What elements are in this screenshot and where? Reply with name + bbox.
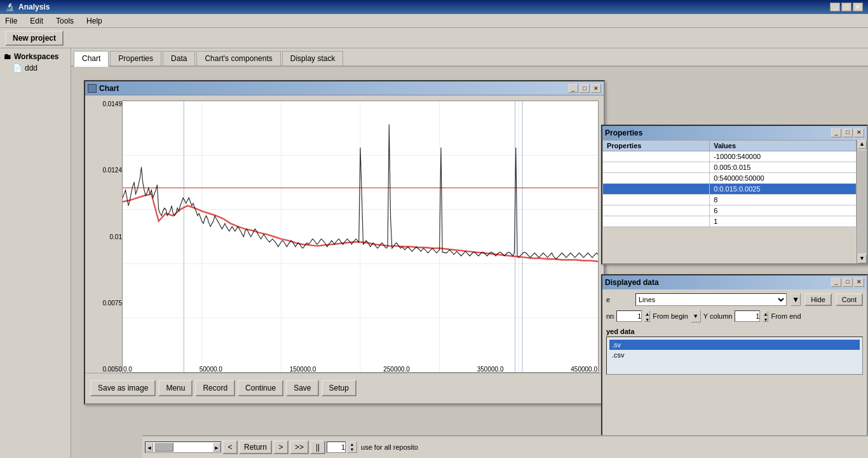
table-row[interactable]: 8 [603,195,857,205]
prop-col-header: Properties [603,141,710,151]
column-row: nn 1 ▲ ▼ From begin ▼ Y column ▲ ▼ From … [606,310,863,323]
properties-title: Properties [605,128,642,137]
scroll-down-btn[interactable]: ▼ [858,254,867,263]
nav-spinbox-arrows: ▲ ▼ [347,441,357,453]
bottom-nav-bar: ◄ ► < Return > >> || ▲ ▼ use for all rep… [142,435,868,458]
minimize-btn[interactable]: _ [830,3,840,11]
column-spinbox[interactable]: 1 [616,310,642,322]
new-project-button[interactable]: New project [5,31,64,46]
setup-btn[interactable]: Setup [322,380,356,396]
title-bar: 🔬 Analysis _ □ ✕ [0,0,868,14]
table-row[interactable]: 1 [603,216,857,227]
close-btn[interactable]: ✕ [853,3,863,11]
nav-return-btn[interactable]: Return [239,440,272,454]
file-item-2[interactable]: .csv [609,350,860,360]
chart-win-minimize[interactable]: _ [568,84,578,93]
data-panel-title: Displayed data [605,278,659,287]
props-close[interactable]: ✕ [854,128,864,137]
menu-btn[interactable]: Menu [158,380,193,396]
menu-help[interactable]: Help [84,15,105,27]
nav-pause-btn[interactable]: || [310,440,325,454]
data-files-list: .sv .csv [606,337,863,375]
sidebar-expand-icon: 🖿 [4,52,11,61]
toolbar: New project [0,28,868,48]
y-col-spin-down[interactable]: ▼ [763,316,768,322]
window-title: Analysis [18,3,50,11]
nav-fast-forward-btn[interactable]: >> [290,440,309,454]
from-begin-dropdown[interactable]: ▼ [691,310,701,323]
save-btn[interactable]: Save [286,380,318,396]
type-dropdown-btn[interactable]: ▼ [790,293,801,306]
y-column-spinbox[interactable] [735,310,760,322]
app-icon: 🔬 [5,3,15,11]
chart-plot-area [122,101,599,373]
chart-toolbar: Save as image Menu Record Continue Save … [85,373,604,402]
col-spin-down[interactable]: ▼ [644,316,650,322]
hide-btn[interactable]: Hide [804,293,832,306]
content-area: Chart Properties Data Chart's components… [71,48,868,458]
col-spin-up[interactable]: ▲ [644,310,650,316]
tab-data[interactable]: Data [163,51,195,66]
tab-display-stack[interactable]: Display stack [282,51,344,66]
props-scrollbar[interactable]: ▲ ▼ [857,140,867,263]
chart-win-maximize[interactable]: □ [580,84,590,93]
chart-window-title-text: Chart [99,84,119,93]
menu-tools[interactable]: Tools [53,15,76,27]
nav-spin-down[interactable]: ▼ [348,447,356,452]
maximize-btn[interactable]: □ [841,3,851,11]
table-row[interactable]: 0:540000:50000 [603,173,857,184]
window-controls: _ □ ✕ [830,3,863,11]
menu-bar: File Edit Tools Help [0,14,868,28]
y-col-spin-up[interactable]: ▲ [763,310,768,316]
chart-window: Chart _ □ ✕ 0.0149 0.0124 0.01 0.0075 0.… [84,80,605,405]
nav-forward-btn[interactable]: > [273,440,288,454]
tab-chart-components[interactable]: Chart's components [196,51,280,66]
nav-help-text: use for all reposito [358,443,421,451]
type-select[interactable]: Lines [635,293,787,306]
tab-bar: Chart Properties Data Chart's components… [71,48,868,67]
nav-back-btn[interactable]: < [222,440,238,454]
column-spin-arrows: ▲ ▼ [644,310,650,322]
chart-win-close[interactable]: ✕ [591,84,601,93]
data-panel-titlebar: Displayed data _ □ ✕ [602,275,867,289]
workspaces-header: 🖿 Workspaces [3,51,68,62]
continue-btn[interactable]: Continue [238,380,283,396]
menu-file[interactable]: File [3,15,20,27]
played-data-label: yed data [606,326,863,337]
document-icon: 📄 [13,64,22,73]
sidebar-item-ddd[interactable]: 📄 ddd [3,62,68,74]
chart-svg [123,101,598,372]
data-panel-maximize[interactable]: □ [843,278,853,287]
chart-window-titlebar: Chart _ □ ✕ [85,81,604,95]
save-as-image-btn[interactable]: Save as image [90,380,156,396]
scroll-right-btn[interactable]: ► [213,443,220,452]
file-item-1[interactable]: .sv [609,340,860,350]
properties-table: Properties Values -10000:540000 [602,140,857,227]
table-row-selected[interactable]: 0:0.015:0.0025 [603,184,857,195]
nav-spin-up[interactable]: ▲ [348,442,356,447]
properties-panel: Properties _ □ ✕ Properties Values [601,125,868,265]
y-axis: 0.0149 0.0124 0.01 0.0075 0.0050 [90,101,122,373]
props-maximize[interactable]: □ [843,128,853,137]
horizontal-scrollbar[interactable]: ◄ ► [145,441,221,453]
nav-value-input[interactable] [327,441,346,453]
table-row[interactable]: -10000:540000 [603,151,857,162]
tab-chart[interactable]: Chart [74,51,109,67]
record-btn[interactable]: Record [195,380,235,396]
x-axis: 0.0 50000.0 150000.0 250000.0 350000.0 4… [123,366,597,373]
scroll-left-btn[interactable]: ◄ [146,443,153,452]
tab-properties[interactable]: Properties [110,51,161,66]
value-col-header: Values [710,141,857,151]
scroll-up-btn[interactable]: ▲ [858,140,867,149]
table-row[interactable]: 0.005:0.015 [603,162,857,173]
sidebar: 🖿 Workspaces 📄 ddd [0,48,71,458]
cont-btn[interactable]: Cont [836,293,863,306]
table-row[interactable]: 6 [603,205,857,216]
props-minimize[interactable]: _ [831,128,841,137]
data-panel-minimize[interactable]: _ [831,278,841,287]
scrollbar-thumb[interactable] [154,443,173,452]
type-row: e Lines ▼ Hide Cont [606,293,863,306]
data-panel-close[interactable]: ✕ [854,278,864,287]
menu-edit[interactable]: Edit [27,15,46,27]
main-area: 🖿 Workspaces 📄 ddd Chart Properties Data… [0,48,868,458]
